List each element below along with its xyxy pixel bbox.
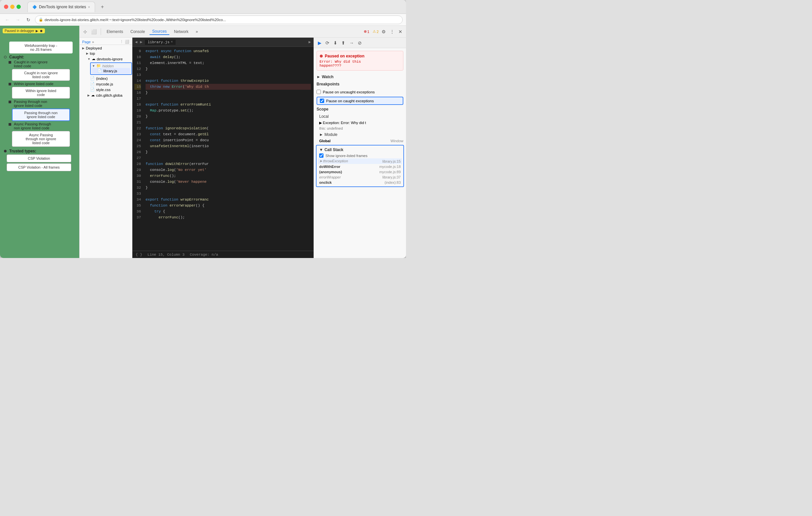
file-tab-close[interactable]: × (171, 40, 173, 44)
library-file-tab[interactable]: library.js × (145, 39, 175, 45)
scope-section-header[interactable]: Scope (314, 105, 406, 113)
error-count: 1 (367, 30, 369, 34)
tab-more[interactable]: » (193, 29, 201, 35)
code-line-24: const insertionPoint = docu (146, 137, 311, 143)
deactivate-btn[interactable]: ⊘ (356, 39, 363, 46)
reload-button[interactable]: ↻ (24, 16, 32, 24)
ft-mycode[interactable]: 📄 mycode.js (80, 81, 132, 87)
ft-top[interactable]: ▶ top (80, 51, 132, 56)
ft-cdn[interactable]: ▶ ☁ cdn.glitch.globa (80, 92, 132, 98)
exception-icon: ⊗ (320, 54, 323, 58)
breakpoints-section-header[interactable]: Breakpoints (314, 81, 406, 88)
tab-sources[interactable]: Sources (149, 28, 169, 35)
caught-non-ignore-button[interactable]: Caught in non ignorelisted code (12, 69, 70, 81)
editor-nav-left[interactable]: ◀ (135, 39, 137, 44)
frame-loc-4: library.js:37 (383, 175, 401, 179)
pause-uncaught-checkbox[interactable] (317, 90, 321, 94)
warning-badge[interactable]: ⚠ 2 (373, 29, 379, 34)
story-label-1: Caught in non ignorelisted code (14, 60, 48, 68)
local-section-header[interactable]: Local (314, 113, 406, 120)
within-ignore-button[interactable]: Within ignore listedcode (12, 87, 70, 99)
device-icon[interactable]: ⬜ (90, 28, 98, 35)
file-nav-more[interactable]: » (92, 40, 94, 44)
async-passing-button[interactable]: Async Passingthrough non ignorelisted co… (12, 131, 70, 147)
ft-devtools-ignore[interactable]: ▼ ☁ devtools-ignore (80, 56, 132, 62)
call-stack-header[interactable]: ▼ Call Stack (318, 147, 402, 153)
editor-format-icon[interactable]: ▶ (309, 39, 311, 44)
paused-badge: Paused in debugger ▶ ⏺ (3, 28, 45, 33)
step-out-btn[interactable]: ⬆ (340, 39, 347, 46)
file-sidebar-toggle[interactable]: ⬜ (125, 39, 129, 44)
tab-elements[interactable]: Elements (104, 29, 126, 35)
code-content: 910111213 14151617 18192021 222324252627… (133, 47, 314, 251)
maximize-button[interactable] (17, 5, 21, 9)
ft-deployed-label: Deployed (86, 46, 102, 50)
inspect-icon[interactable]: ⊹ (82, 28, 88, 35)
code-line-14: export function throwExceptio (146, 78, 311, 84)
editor-nav-right[interactable]: ▶ (140, 39, 142, 44)
forward-button[interactable]: → (14, 16, 22, 24)
step-btn[interactable]: → (348, 39, 355, 46)
frame-throwexception[interactable]: ➤ throwException library.js:15 (318, 158, 402, 164)
frame-dowwitherror[interactable]: doWithError mycode.js:18 (318, 164, 402, 169)
minimize-button[interactable] (10, 5, 14, 9)
step-into-btn[interactable]: ⬇ (332, 39, 339, 46)
url-text: devtools-ignore-list-stories.glitch.me/#… (45, 18, 226, 22)
arrow-icon: ▶ (86, 52, 88, 55)
watch-section-header[interactable]: Watch (314, 73, 406, 81)
ft-library-js[interactable]: 📄 library.js (92, 68, 130, 73)
ft-mycode-label: mycode.js (96, 82, 113, 86)
frame-fn-3: (anonymous) (319, 170, 342, 174)
exception-box: ⊗ Paused on exception Error: Why did thi… (317, 51, 403, 70)
csp-violation-button[interactable]: CSP Violation (7, 154, 71, 162)
tab-title: DevTools ignore list stories (39, 5, 86, 9)
resume-btn[interactable]: ▶ (317, 39, 323, 46)
show-ignore-item: Show ignore-listed frames (318, 153, 402, 158)
step-over-btn[interactable]: ⟳ (324, 39, 331, 46)
settings-icon[interactable]: ⚙ (381, 28, 387, 35)
call-stack-section: ▼ Call Stack Show ignore-listed frames ➤… (316, 145, 404, 187)
close-devtools-icon[interactable]: ✕ (398, 28, 403, 35)
ft-deployed[interactable]: ▶ Deployed (80, 45, 132, 51)
tab-close-icon[interactable]: × (88, 5, 90, 9)
code-line-27 (146, 155, 311, 161)
ft-hidden-highlighted: ▼ 📁 hidden 📄 library.js (90, 62, 132, 75)
ft-style[interactable]: 📄 style.css (80, 87, 132, 92)
passing-through-button[interactable]: Passing through nonignore listed code (12, 109, 70, 121)
exception-title-text: Paused on exception (325, 54, 365, 58)
this-scope-text: this: undefined (319, 126, 343, 130)
file-tab-name: library.js (148, 40, 169, 44)
browser-tab[interactable]: 🔷 DevTools ignore list stories × (27, 2, 95, 12)
back-button[interactable]: ← (3, 16, 11, 24)
code-line-22: function ignoredcspviolation( (146, 125, 311, 131)
left-panel: Paused in debugger ▶ ⏺ WebAssembly trap … (0, 26, 79, 258)
ft-hidden-folder[interactable]: ▼ 📁 hidden (92, 64, 130, 68)
close-button[interactable] (4, 5, 8, 9)
tab-network[interactable]: Network (171, 29, 191, 35)
webassembly-text: WebAssembly trap -no JS frames (25, 43, 57, 52)
page-label[interactable]: Page (82, 40, 91, 44)
more-icon[interactable]: ⋮ (389, 28, 396, 35)
url-bar[interactable]: 🔒 devtools-ignore-list-stories.glitch.me… (35, 16, 403, 24)
error-badge[interactable]: ⊗ 1 (364, 29, 369, 34)
call-stack-label: Call Stack (324, 148, 343, 152)
show-ignore-checkbox[interactable] (319, 153, 323, 158)
pause-caught-checkbox[interactable] (320, 99, 324, 103)
csp-violation-all-button[interactable]: CSP Violation - All frames (7, 163, 71, 171)
new-tab-button[interactable]: + (98, 4, 107, 10)
caught-label: Caught: (9, 55, 24, 59)
module-section-header[interactable]: Module (314, 131, 406, 138)
global-section-header[interactable]: Global Window (314, 138, 406, 144)
arrow-icon: ▼ (92, 64, 95, 68)
frame-loc-5: (index):83 (384, 180, 401, 184)
title-bar: 🔷 DevTools ignore list stories × + (0, 0, 406, 14)
file-nav-menu[interactable]: ⋮ (120, 39, 123, 44)
ft-cdn-label: cdn.glitch.globa (96, 93, 122, 97)
frame-errorwrapper[interactable]: errorWrapper library.js:37 (318, 175, 402, 180)
code-editor: ◀ ▶ library.js × ▶ 910111213 14151617 (133, 38, 314, 258)
tab-console[interactable]: Console (128, 29, 148, 35)
ft-index[interactable]: 📄 (index) (80, 75, 132, 81)
frame-onclick[interactable]: onclick (index):83 (318, 180, 402, 185)
frame-anonymous[interactable]: (anonymous) mycode.js:89 (318, 169, 402, 175)
ft-hidden-label: hidden (102, 64, 114, 68)
